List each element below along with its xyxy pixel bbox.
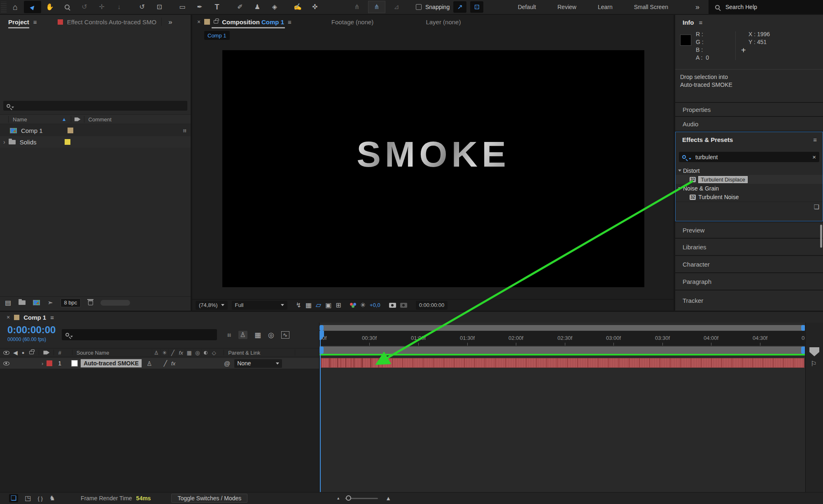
roto-brush-tool-icon[interactable]: ✍ [289,1,306,13]
new-composition-icon[interactable] [33,300,40,305]
layer-expand-chevron-icon[interactable]: › [42,361,43,366]
parent-pickwhip-icon[interactable]: @ [224,360,230,367]
crop-region-icon[interactable]: ⊞ [336,302,341,309]
new-animation-preset-icon[interactable]: ❏ [814,204,819,210]
axis-mode-world-icon[interactable]: ⋔ [368,1,385,13]
hand-tool-icon[interactable]: ✋ [41,1,58,13]
timeline-search-box[interactable] [62,329,217,340]
3d-switch-icon[interactable]: ◇ [210,348,218,357]
panel-header-libraries[interactable]: Libraries [675,239,823,255]
panel-header-character[interactable]: Character [675,256,823,272]
work-area-bar[interactable] [319,346,805,354]
effects-group-distort[interactable]: Distort [676,166,823,175]
layer-duration-bar[interactable] [320,358,804,368]
interpret-footage-icon[interactable]: ▤ [5,300,11,306]
zoom-slider-knob[interactable] [346,495,351,501]
snapping-checkbox[interactable] [416,4,422,10]
composition-minimap-icon[interactable]: ❏ [9,494,18,502]
comp-flowchart-icon[interactable]: ⌗ [183,128,187,134]
tab-composition[interactable]: Composition Comp 1 [222,19,284,26]
shy-switch-icon[interactable]: ♙ [152,348,160,357]
timeline-horizontal-scrollbar[interactable] [319,325,805,331]
layer-label-swatch[interactable] [47,360,52,366]
column-comment[interactable]: Comment [89,116,112,123]
brush-tool-icon[interactable]: ✐ [231,1,249,13]
project-tabs-overflow-icon[interactable]: » [168,19,172,26]
frame-blending-icon[interactable]: ▦ [254,332,261,339]
home-tool-icon[interactable]: ⌂ [7,1,24,13]
clear-search-icon[interactable]: × [812,154,816,160]
sort-ascending-icon[interactable]: ▲ [62,117,67,122]
scrollbar-left-handle[interactable] [319,325,324,331]
expressions-icon[interactable]: { } [37,496,42,501]
composition-breadcrumb[interactable]: Comp 1 [204,31,230,40]
effects-search-box[interactable]: turbulent × [679,152,819,162]
right-column-scrollbar[interactable] [820,225,822,248]
snap-features-icon[interactable]: ⊡ [470,1,483,13]
project-panel-menu-icon[interactable]: ≡ [33,19,37,25]
axis-mode-view-icon[interactable]: ⊿ [388,1,405,13]
panel-header-audio[interactable]: Audio [675,117,823,131]
project-search-box[interactable] [3,101,187,111]
new-folder-icon[interactable] [19,300,26,305]
layer-name[interactable]: Auto-traced SMOKE [81,359,142,367]
column-name[interactable]: Name [13,116,27,123]
delete-item-icon[interactable] [88,300,93,305]
viewer-panel-menu-icon[interactable]: ≡ [288,19,291,25]
lock-column-icon[interactable] [29,351,34,354]
panel-grabber[interactable] [1,2,7,12]
project-scrollbar[interactable] [100,300,130,306]
zoom-in-mountain-icon[interactable]: ▲ [385,495,391,501]
rectangle-tool-icon[interactable]: ▭ [174,1,191,13]
viewer-timecode[interactable]: 0:00:00:00 [416,301,448,310]
close-tab-icon[interactable]: × [197,19,201,25]
workspace-tab-learn[interactable]: Learn [587,4,623,10]
fx-switch-icon[interactable]: fx [177,348,185,357]
render-queue-icon[interactable]: ➣ [47,300,53,306]
column-number[interactable]: # [58,350,61,356]
lock-icon[interactable] [214,20,218,23]
comp-mini-flowchart-icon[interactable]: ⌗ [227,332,231,339]
quality-switch-icon[interactable]: ╱ [168,348,177,357]
shy-toggle-icon[interactable]: ♙ [238,331,247,339]
rotate-tool-icon[interactable]: ↺ [133,1,151,13]
pen-tool-icon[interactable]: ✒ [191,1,208,13]
exposure-value[interactable]: +0,0 [370,302,380,308]
channel-icon[interactable] [350,303,356,308]
project-row-comp1[interactable]: Comp 1 ⌗ [0,125,191,136]
composition-canvas[interactable]: SMOKE [222,50,644,287]
clone-stamp-tool-icon[interactable]: ♟ [249,1,266,13]
parent-dropdown[interactable]: None [234,359,282,368]
orbit-camera-tool-icon[interactable]: ↺ [76,1,93,13]
collapse-switch-icon[interactable]: ✳ [160,348,168,357]
panel-header-tracker[interactable]: Tracker [675,290,823,311]
blend-modes-icon[interactable]: ◳ [25,495,31,502]
panel-header-preview[interactable]: Preview [675,222,823,238]
axis-mode-local-icon[interactable]: ⋔ [348,1,366,13]
workspace-tab-default[interactable]: Default [507,4,547,10]
frame-blend-switch-icon[interactable]: ▦ [185,348,193,357]
video-column-icon[interactable] [3,351,9,355]
tab-info[interactable]: Info [683,19,694,26]
help-search-box[interactable]: Search Help [709,0,823,14]
project-row-solids[interactable]: › Solids [0,136,191,148]
type-tool-icon[interactable]: T [208,1,226,13]
zoom-out-mountain-icon[interactable]: ▲ [336,497,340,500]
mask-visibility-icon[interactable]: ▱ [316,302,321,309]
workspace-overflow-icon[interactable]: » [695,3,699,11]
toggle-switches-modes-button[interactable]: Toggle Switches / Modes [171,494,247,503]
eraser-tool-icon[interactable]: ◈ [266,1,283,13]
workspace-tab-small-screen[interactable]: Small Screen [623,4,679,10]
audio-column-icon[interactable]: ◀ [13,350,18,355]
selection-tool-icon[interactable]: ► [24,1,41,13]
effects-presets-menu-icon[interactable]: ≡ [813,137,817,143]
graph-editor-icon[interactable]: ∿ [281,331,289,339]
adjustment-switch-icon[interactable] [201,348,210,357]
scrollbar-right-handle[interactable] [801,325,805,331]
exposure-icon[interactable]: ✳ [360,302,366,309]
effect-item-turbulent-noise[interactable]: 32 Turbulent Noise [676,193,823,202]
expand-chevron-icon[interactable]: › [3,139,5,145]
column-source-name[interactable]: Source Name [77,350,109,356]
bit-depth-button[interactable]: 8 bpc [61,298,81,307]
dolly-camera-tool-icon[interactable]: ↓ [110,1,128,13]
